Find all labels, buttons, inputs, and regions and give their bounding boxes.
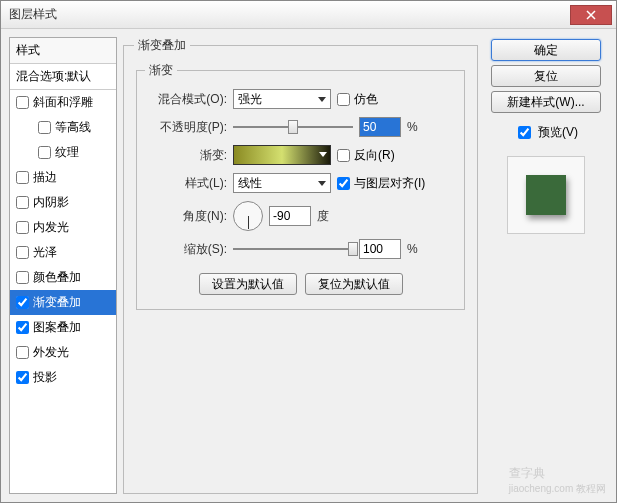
align-checkbox[interactable]: 与图层对齐(I) (337, 175, 425, 192)
style-item-label: 图案叠加 (33, 319, 81, 336)
opacity-slider[interactable] (233, 118, 353, 136)
style-item-checkbox[interactable] (38, 146, 51, 159)
style-item-checkbox[interactable] (38, 121, 51, 134)
style-item-checkbox[interactable] (16, 171, 29, 184)
style-item[interactable]: 内发光 (10, 215, 116, 240)
panel-title: 渐变叠加 (134, 37, 190, 54)
angle-label: 角度(N): (145, 208, 227, 225)
ok-button[interactable]: 确定 (491, 39, 601, 61)
style-item-checkbox[interactable] (16, 196, 29, 209)
set-default-button[interactable]: 设置为默认值 (199, 273, 297, 295)
style-item-checkbox[interactable] (16, 271, 29, 284)
style-item[interactable]: 颜色叠加 (10, 265, 116, 290)
style-label: 样式(L): (145, 175, 227, 192)
style-item-label: 内发光 (33, 219, 69, 236)
style-item[interactable]: 外发光 (10, 340, 116, 365)
style-item[interactable]: 内阴影 (10, 190, 116, 215)
blend-mode-select[interactable]: 强光 (233, 89, 331, 109)
opacity-label: 不透明度(P): (145, 119, 227, 136)
style-item[interactable]: 斜面和浮雕 (10, 90, 116, 115)
gradient-label: 渐变: (145, 147, 227, 164)
scale-unit: % (407, 242, 418, 256)
style-item-label: 渐变叠加 (33, 294, 81, 311)
style-item-label: 光泽 (33, 244, 57, 261)
style-list: 样式 混合选项:默认 斜面和浮雕等高线纹理描边内阴影内发光光泽颜色叠加渐变叠加图… (9, 37, 117, 494)
style-item[interactable]: 渐变叠加 (10, 290, 116, 315)
gradient-picker[interactable] (233, 145, 331, 165)
gradient-group-title: 渐变 (145, 62, 177, 79)
opacity-input[interactable]: 50 (359, 117, 401, 137)
style-item[interactable]: 描边 (10, 165, 116, 190)
close-icon (586, 10, 596, 20)
new-style-button[interactable]: 新建样式(W)... (491, 91, 601, 113)
preview-checkbox[interactable]: 预览(V) (514, 123, 578, 142)
blending-options-label: 混合选项:默认 (16, 68, 91, 85)
style-list-header[interactable]: 样式 (10, 38, 116, 64)
style-select[interactable]: 线性 (233, 173, 331, 193)
style-item[interactable]: 图案叠加 (10, 315, 116, 340)
blend-mode-label: 混合模式(O): (145, 91, 227, 108)
style-item-label: 等高线 (55, 119, 91, 136)
blending-options-item[interactable]: 混合选项:默认 (10, 64, 116, 90)
style-item[interactable]: 投影 (10, 365, 116, 390)
layer-style-dialog: 图层样式 样式 混合选项:默认 斜面和浮雕等高线纹理描边内阴影内发光光泽颜色叠加… (0, 0, 617, 503)
titlebar: 图层样式 (1, 1, 616, 29)
style-item-label: 颜色叠加 (33, 269, 81, 286)
preview-box (507, 156, 585, 234)
opacity-unit: % (407, 120, 418, 134)
scale-label: 缩放(S): (145, 241, 227, 258)
style-item-checkbox[interactable] (16, 346, 29, 359)
angle-input[interactable]: -90 (269, 206, 311, 226)
style-item-label: 外发光 (33, 344, 69, 361)
cancel-button[interactable]: 复位 (491, 65, 601, 87)
right-column: 确定 复位 新建样式(W)... 预览(V) (484, 37, 608, 494)
style-item-checkbox[interactable] (16, 246, 29, 259)
window-title: 图层样式 (5, 6, 570, 23)
scale-slider[interactable] (233, 240, 353, 258)
style-item-checkbox[interactable] (16, 371, 29, 384)
style-item-checkbox[interactable] (16, 296, 29, 309)
style-item-label: 纹理 (55, 144, 79, 161)
preview-sample (526, 175, 566, 215)
style-item-checkbox[interactable] (16, 96, 29, 109)
reverse-checkbox[interactable]: 反向(R) (337, 147, 395, 164)
style-item[interactable]: 等高线 (10, 115, 116, 140)
dialog-body: 样式 混合选项:默认 斜面和浮雕等高线纹理描边内阴影内发光光泽颜色叠加渐变叠加图… (1, 29, 616, 502)
style-item[interactable]: 光泽 (10, 240, 116, 265)
style-item-label: 斜面和浮雕 (33, 94, 93, 111)
style-item-checkbox[interactable] (16, 221, 29, 234)
style-item-checkbox[interactable] (16, 321, 29, 334)
angle-dial[interactable] (233, 201, 263, 231)
style-item[interactable]: 纹理 (10, 140, 116, 165)
angle-unit: 度 (317, 208, 329, 225)
reset-default-button[interactable]: 复位为默认值 (305, 273, 403, 295)
dither-checkbox[interactable]: 仿色 (337, 91, 378, 108)
style-item-label: 投影 (33, 369, 57, 386)
settings-panel: 渐变叠加 渐变 混合模式(O): 强光 仿色 不透明度(P): (123, 37, 478, 494)
close-button[interactable] (570, 5, 612, 25)
style-item-label: 内阴影 (33, 194, 69, 211)
style-item-label: 描边 (33, 169, 57, 186)
scale-input[interactable]: 100 (359, 239, 401, 259)
